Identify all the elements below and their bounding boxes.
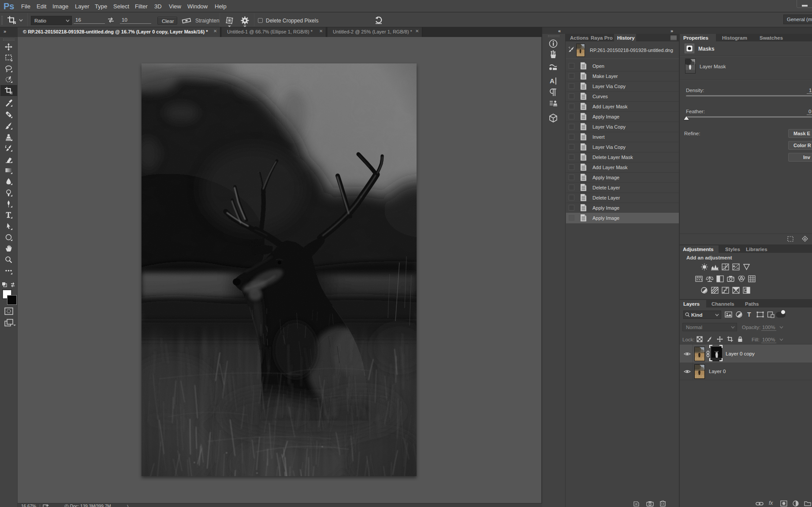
svg-text:T: T <box>747 311 751 318</box>
svg-text:A: A <box>550 77 555 85</box>
